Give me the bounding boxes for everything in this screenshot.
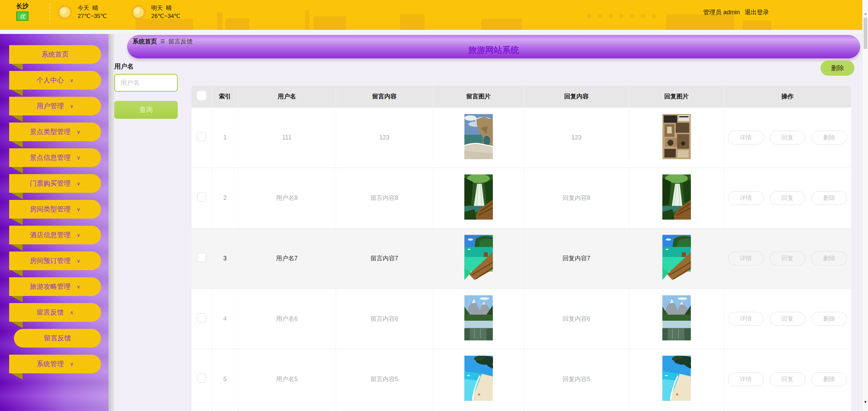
row-checkbox[interactable] xyxy=(197,253,206,262)
row-message-content: 123 xyxy=(379,134,389,141)
sidebar-item-2[interactable]: 用户管理∨ xyxy=(9,97,101,115)
page-title: 旅游网站系统 xyxy=(127,44,860,56)
row-reply-content: 回复内容8 xyxy=(563,194,590,201)
admin-username: admin xyxy=(723,9,740,16)
scroll-up-arrow[interactable]: ▲ xyxy=(864,12,867,16)
sidebar-item-label: 系统首页 xyxy=(42,50,69,59)
row-index: 3 xyxy=(223,255,226,262)
chevron-down-icon: ∨ xyxy=(77,232,80,238)
sidebar-item-label: 用户管理 xyxy=(37,101,64,111)
message-image[interactable] xyxy=(464,235,493,280)
row-message-content: 留言内容6 xyxy=(370,315,398,322)
divider xyxy=(50,3,50,24)
message-image[interactable] xyxy=(464,295,493,340)
table-row: 1111123123详情回复删除 xyxy=(192,107,851,168)
sidebar-item-label: 房间类型管理 xyxy=(30,205,71,214)
row-checkbox[interactable] xyxy=(197,192,206,202)
sidebar-subitem-11[interactable]: 留言反馈 xyxy=(14,329,101,348)
delete-button[interactable]: 删除 xyxy=(811,251,847,265)
column-header: 操作 xyxy=(724,86,851,107)
sidebar-item-4[interactable]: 景点信息管理∨ xyxy=(9,148,101,167)
row-index: 1 xyxy=(223,134,226,141)
sidebar-item-5[interactable]: 门票购买管理∨ xyxy=(9,174,101,193)
feedback-table: 索引用户名留言内容留言图片回复内容回复图片操作 1111123123详情回复删除… xyxy=(192,86,851,411)
table-header: 索引用户名留言内容留言图片回复内容回复图片操作 xyxy=(192,86,851,107)
sidebar-item-1[interactable]: 个人中心∨ xyxy=(9,71,101,90)
sidebar-item-10[interactable]: 留言反馈∧ xyxy=(9,303,101,322)
chevron-up-icon: ∧ xyxy=(70,310,74,316)
vertical-scrollbar[interactable]: ▲ ▼ xyxy=(862,0,868,411)
chevron-down-icon: ∨ xyxy=(70,77,74,83)
reply-image[interactable] xyxy=(662,114,691,159)
scrollbar-thumb[interactable] xyxy=(864,18,867,49)
column-header: 回复图片 xyxy=(629,86,724,107)
breadcrumb-menu-icon: ☰ xyxy=(160,38,165,44)
scroll-down-arrow[interactable]: ▼ xyxy=(864,400,867,404)
column-header: 留言图片 xyxy=(433,86,524,107)
sidebar-item-label: 留言反馈 xyxy=(44,334,71,343)
sun-icon xyxy=(56,3,74,21)
delete-button[interactable]: 删除 xyxy=(811,312,847,326)
table-row xyxy=(192,409,851,411)
detail-button[interactable]: 详情 xyxy=(728,191,764,205)
detail-button[interactable]: 详情 xyxy=(728,131,764,145)
admin-role-and-name: 管理员 admin xyxy=(703,8,740,16)
sidebar-item-8[interactable]: 房间预订管理∨ xyxy=(9,251,101,270)
table-row: 3用户名7留言内容7回复内容7详情回复删除 xyxy=(192,228,851,288)
search-button[interactable]: 查询 xyxy=(114,101,178,119)
sidebar-item-3[interactable]: 景点类型管理∨ xyxy=(9,123,101,141)
column-header: 索引 xyxy=(212,86,238,107)
username-filter-input[interactable] xyxy=(114,74,178,92)
row-checkbox[interactable] xyxy=(197,132,206,141)
delete-button[interactable]: 删除 xyxy=(811,191,847,205)
detail-button[interactable]: 详情 xyxy=(728,312,764,326)
chevron-down-icon: ∨ xyxy=(77,129,80,135)
sidebar-item-7[interactable]: 酒店信息管理∨ xyxy=(9,226,101,244)
select-all-checkbox[interactable] xyxy=(197,91,206,100)
table-row: 2用户名8留言内容8回复内容8详情回复删除 xyxy=(192,168,851,228)
page-header-banner: 系统首页 ☰ 留言反馈 旅游网站系统 xyxy=(127,35,860,58)
reply-image[interactable] xyxy=(662,356,691,401)
row-index: 4 xyxy=(223,315,226,322)
sidebar-item-label: 酒店信息管理 xyxy=(30,230,71,240)
sidebar-menu: 系统首页个人中心∨用户管理∨景点类型管理∨景点信息管理∨门票购买管理∨房间类型管… xyxy=(0,34,108,411)
sidebar-item-9[interactable]: 旅游攻略管理∨ xyxy=(9,277,101,296)
sidebar-item-label: 留言反馈 xyxy=(37,308,64,317)
column-header: 用户名 xyxy=(238,86,336,107)
message-image[interactable] xyxy=(464,356,493,401)
logout-link[interactable]: 退出登录 xyxy=(745,8,769,16)
row-reply-content: 回复内容7 xyxy=(563,255,590,262)
sidebar-item-label: 房间预订管理 xyxy=(30,256,71,265)
table-row: 5用户名5留言内容5回复内容5详情回复删除 xyxy=(192,349,851,409)
sidebar-item-6[interactable]: 房间类型管理∨ xyxy=(9,200,101,219)
row-username: 用户名6 xyxy=(276,315,298,322)
detail-button[interactable]: 详情 xyxy=(728,251,764,265)
row-reply-content: 123 xyxy=(571,134,581,141)
divider xyxy=(0,30,868,34)
reply-image[interactable] xyxy=(662,174,691,220)
reply-image[interactable] xyxy=(662,295,691,340)
sidebar-item-label: 系统管理 xyxy=(37,359,64,369)
sidebar-item-12[interactable]: 系统管理∨ xyxy=(9,355,101,373)
delete-button[interactable]: 删除 xyxy=(811,131,847,145)
delete-button[interactable]: 删除 xyxy=(811,372,847,386)
table-row: 4用户名6留言内容6回复内容6详情回复删除 xyxy=(192,288,851,349)
batch-delete-button[interactable]: 删除 xyxy=(821,60,854,76)
column-header: 留言内容 xyxy=(336,86,433,107)
row-checkbox[interactable] xyxy=(197,374,206,383)
reply-button[interactable]: 回复 xyxy=(770,312,805,326)
chevron-down-icon: ∨ xyxy=(77,181,80,187)
message-image[interactable] xyxy=(464,114,493,159)
row-checkbox[interactable] xyxy=(197,313,206,322)
reply-button[interactable]: 回复 xyxy=(770,131,805,145)
reply-button[interactable]: 回复 xyxy=(770,251,805,265)
today-temp: 27℃~35℃ xyxy=(78,12,107,20)
row-username: 用户名8 xyxy=(276,194,298,201)
message-image[interactable] xyxy=(464,174,493,220)
reply-button[interactable]: 回复 xyxy=(770,372,805,386)
detail-button[interactable]: 详情 xyxy=(728,372,764,386)
sidebar-item-0[interactable]: 系统首页 xyxy=(9,45,101,64)
reply-button[interactable]: 回复 xyxy=(770,191,805,205)
reply-image[interactable] xyxy=(662,235,691,280)
sidebar-item-label: 旅游攻略管理 xyxy=(30,282,71,291)
